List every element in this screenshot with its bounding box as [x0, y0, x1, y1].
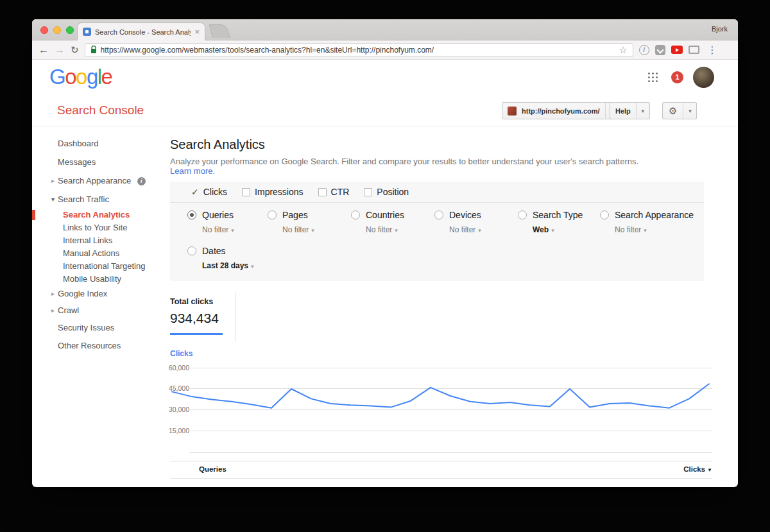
active-metric-underline — [170, 333, 223, 335]
back-icon[interactable] — [38, 45, 49, 55]
tab-title: Search Console - Search Analy — [95, 28, 191, 36]
table-header-queries[interactable]: Queries — [199, 465, 227, 473]
chevron-down-icon — [51, 190, 55, 209]
search-appearance-filter-dropdown[interactable]: No filter — [615, 225, 647, 234]
sidebar-item-dashboard[interactable]: Dashboard — [32, 134, 170, 153]
total-clicks-value[interactable]: 934,434 — [170, 311, 219, 326]
url-text[interactable]: https://www.google.com/webmasters/tools/… — [101, 46, 615, 55]
totals-divider — [235, 292, 235, 341]
sidebar-item-internal-links[interactable]: Internal Links — [32, 234, 170, 247]
settings-button[interactable] — [662, 102, 697, 119]
zoom-window-button[interactable] — [66, 26, 74, 34]
sidebar-item-crawl[interactable]: Crawl — [32, 302, 170, 319]
property-selector[interactable]: http://pinchofyum.com/ — [502, 102, 619, 119]
browser-tab[interactable]: Search Console - Search Analy × — [77, 22, 205, 40]
countries-filter-dropdown[interactable]: No filter — [366, 225, 398, 234]
browser-window: Search Console - Search Analy × Bjork ht… — [32, 19, 738, 487]
address-bar[interactable]: https://www.google.com/webmasters/tools/… — [85, 43, 633, 57]
clicks-polyline — [172, 384, 709, 408]
notification-badge[interactable]: 1 — [671, 71, 683, 83]
pages-filter-dropdown[interactable]: No filter — [282, 225, 314, 234]
sidebar-item-links-to-your-site[interactable]: Links to Your Site — [32, 221, 170, 234]
sidebar-item-search-analytics[interactable]: Search Analytics — [32, 209, 170, 221]
clicks-line-chart — [170, 366, 712, 456]
metric-ctr[interactable]: CTR — [318, 187, 350, 197]
reload-icon[interactable] — [71, 45, 79, 55]
google-logo[interactable]: Google — [49, 65, 112, 89]
dimension-dates: Dates Last 28 days — [187, 246, 254, 271]
radio-icon[interactable] — [351, 210, 360, 219]
radio-icon[interactable] — [434, 210, 443, 219]
close-window-button[interactable] — [40, 26, 48, 34]
help-label: Help — [610, 107, 636, 115]
checkbox-icon[interactable] — [318, 188, 327, 196]
chevron-down-icon[interactable] — [636, 103, 649, 119]
table-header-clicks[interactable]: Clicks — [635, 465, 712, 473]
sidebar-item-security-issues[interactable]: Security Issues — [32, 319, 170, 336]
search-type-filter-dropdown[interactable]: Web — [533, 225, 554, 234]
new-tab-button[interactable] — [209, 24, 230, 38]
learn-more-link[interactable]: Learn more. — [170, 166, 215, 176]
sort-desc-icon — [705, 465, 712, 473]
sidebar-item-international-targeting[interactable]: International Targeting — [32, 260, 170, 273]
radio-icon[interactable] — [518, 210, 527, 219]
info-extension-icon[interactable] — [639, 45, 649, 55]
chevron-right-icon — [51, 302, 55, 319]
google-apps-grid-icon[interactable] — [648, 73, 658, 82]
google-bar: Google 1 — [32, 60, 738, 95]
dimension-queries: Queries No filter — [187, 210, 234, 235]
metric-impressions[interactable]: Impressions — [242, 187, 303, 197]
dimension-search-appearance: Search Appearance No filter — [600, 210, 694, 235]
chrome-profile-name[interactable]: Bjork — [712, 25, 728, 33]
info-icon[interactable] — [137, 177, 146, 185]
chrome-menu-icon[interactable] — [708, 44, 717, 56]
checkbox-icon[interactable] — [242, 188, 250, 196]
sidebar-item-other-resources[interactable]: Other Resources — [32, 336, 170, 356]
radio-icon[interactable] — [187, 246, 196, 255]
forward-icon — [55, 45, 65, 55]
sidebar-item-messages[interactable]: Messages — [32, 153, 170, 171]
metric-position[interactable]: Position — [364, 187, 409, 197]
browser-toolbar: https://www.google.com/webmasters/tools/… — [32, 40, 738, 60]
chevron-right-icon — [51, 171, 55, 190]
radio-selected-icon[interactable] — [187, 210, 196, 219]
radio-icon[interactable] — [600, 210, 609, 219]
chevron-down-icon[interactable] — [683, 103, 696, 119]
checkbox-icon[interactable] — [364, 188, 372, 196]
sidebar: Dashboard Messages Search Appearance Sea… — [32, 126, 170, 356]
chevron-right-icon — [51, 286, 55, 302]
console-header: Search Console http://pinchofyum.com/ He… — [32, 95, 738, 126]
dimension-pages: Pages No filter — [268, 210, 314, 235]
avatar[interactable] — [693, 67, 714, 88]
queries-filter-dropdown[interactable]: No filter — [202, 225, 234, 234]
page-description: Analyze your performance on Google Searc… — [170, 157, 645, 176]
sidebar-item-manual-actions[interactable]: Manual Actions — [32, 247, 170, 260]
console-title: Search Console — [57, 103, 144, 117]
minimize-window-button[interactable] — [53, 26, 61, 34]
page-title: Search Analytics — [170, 137, 265, 152]
dimension-search-type: Search Type Web — [518, 210, 583, 235]
tab-bar: Search Console - Search Analy × Bjork — [32, 19, 738, 40]
bookmark-star-icon[interactable] — [619, 44, 627, 56]
help-button[interactable]: Help — [610, 102, 650, 119]
cast-extension-icon[interactable] — [689, 46, 699, 54]
pocket-extension-icon[interactable] — [655, 45, 665, 55]
close-tab-icon[interactable]: × — [194, 27, 200, 37]
filter-panel: Clicks Impressions CTR Position Queries … — [170, 182, 704, 281]
gear-icon — [663, 105, 683, 117]
dates-filter-dropdown[interactable]: Last 28 days — [202, 261, 254, 270]
metric-clicks[interactable]: Clicks — [191, 187, 227, 197]
sidebar-item-mobile-usability[interactable]: Mobile Usability — [32, 273, 170, 286]
radio-icon[interactable] — [268, 210, 277, 219]
property-url-label: http://pinchofyum.com/ — [517, 107, 605, 115]
sidebar-item-search-appearance[interactable]: Search Appearance — [32, 171, 170, 190]
devices-filter-dropdown[interactable]: No filter — [449, 225, 481, 234]
sidebar-item-search-traffic[interactable]: Search Traffic — [32, 190, 170, 209]
sidebar-item-google-index[interactable]: Google Index — [32, 286, 170, 302]
table-top-border — [170, 461, 712, 461]
metrics-row: Clicks Impressions CTR Position — [170, 182, 704, 203]
dimension-countries: Countries No filter — [351, 210, 404, 235]
padlock-icon — [90, 46, 97, 54]
check-icon — [191, 187, 199, 197]
youtube-extension-icon[interactable] — [671, 46, 683, 54]
